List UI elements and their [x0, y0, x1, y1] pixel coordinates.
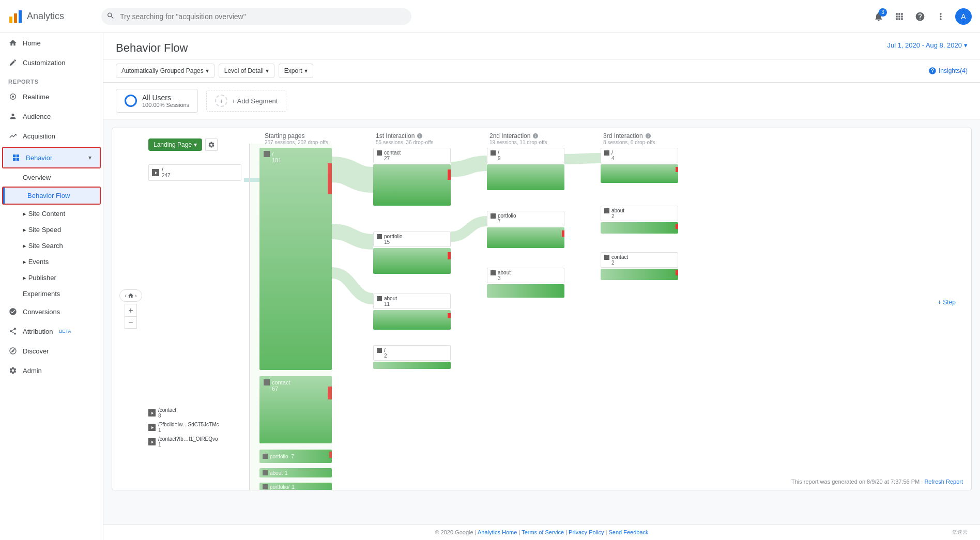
sidebar-label-realtime: Realtime: [23, 93, 49, 101]
add-segment-btn[interactable]: + + Add Segment: [206, 90, 286, 112]
block-count-about: 1: [285, 470, 288, 476]
sidebar-label-site-search-arrow: ▸: [23, 242, 28, 250]
sidebar-label-site-speed-arrow: ▸: [23, 226, 28, 234]
sidebar-item-customization[interactable]: Customization: [0, 53, 103, 72]
int2-about-icon: [491, 270, 496, 275]
sidebar-item-admin[interactable]: Admin: [0, 361, 103, 380]
sidebar-item-behavior-flow[interactable]: Behavior Flow: [3, 188, 100, 204]
sidebar-item-site-speed[interactable]: ▸ Site Speed: [0, 222, 103, 238]
attribution-icon: [8, 327, 18, 336]
int3-root-box[interactable]: / 4: [601, 148, 678, 163]
landing-node-fbclid[interactable]: /?fbclid=Iw…SdC75JcTMc 1: [148, 422, 252, 433]
footer-analytics-home[interactable]: Analytics Home: [478, 529, 517, 535]
int3-about-box[interactable]: about 2: [601, 206, 678, 221]
starting-block-about-bar[interactable]: about 1: [259, 468, 332, 477]
footer-feedback[interactable]: Send Feedback: [609, 529, 649, 535]
int3-label: 3rd Interaction: [603, 132, 643, 140]
landing-node-contact[interactable]: /contact 8: [148, 407, 252, 419]
export-btn[interactable]: Export ▾: [279, 64, 313, 78]
sidebar-item-site-search[interactable]: ▸ Site Search: [0, 238, 103, 254]
int2-root-box[interactable]: / 9: [487, 148, 564, 163]
int1-portfolio-box[interactable]: portfolio 15: [373, 232, 451, 247]
level-detail-btn[interactable]: Level of Detail ▾: [219, 64, 274, 78]
search-input[interactable]: [101, 8, 411, 25]
nav-left: ‹: [125, 292, 127, 299]
int1-contact-box[interactable]: contact 27: [373, 148, 451, 163]
int1-portfolio-bar: [373, 248, 451, 274]
sidebar-item-audience[interactable]: Audience: [0, 106, 103, 126]
int3-about-node: about 2: [601, 206, 678, 234]
sidebar-item-events[interactable]: ▸ Events: [0, 254, 103, 270]
apps-icon[interactable]: [893, 10, 906, 23]
node-data-contact: /contact 8: [158, 407, 176, 419]
sidebar-label-experiments-text: Experiments: [23, 290, 60, 298]
footer-copyright: © 2020 Google: [435, 529, 473, 535]
sidebar-label-events-text: Events: [28, 258, 49, 266]
level-detail-chevron: ▾: [266, 67, 269, 74]
node-icon-contact: [148, 409, 156, 416]
landing-node-root[interactable]: / 247: [148, 164, 241, 181]
int3-contact-path: contact: [611, 254, 628, 260]
audience-icon: [8, 112, 18, 121]
plus-step-btn[interactable]: + Step: [938, 299, 956, 306]
block-path-portfolioslash: portfolio/: [270, 484, 289, 490]
landing-page-btn[interactable]: Landing Page ▾: [148, 138, 202, 151]
int1-about-box[interactable]: about 11: [373, 294, 451, 309]
int2-about-node: about 3: [487, 268, 564, 298]
int2-about-box[interactable]: about 3: [487, 268, 564, 283]
int2-portfolio-box[interactable]: portfolio 7: [487, 211, 564, 226]
more-icon[interactable]: [935, 10, 947, 23]
sidebar-item-publisher[interactable]: ▸ Publisher: [0, 270, 103, 286]
sidebar-item-conversions[interactable]: Conversions: [0, 302, 103, 321]
zoom-in-btn[interactable]: +: [125, 304, 137, 316]
notification-icon[interactable]: 3: [872, 10, 885, 23]
sidebar-item-experiments[interactable]: Experiments: [0, 286, 103, 302]
int1-contact-dropoff: [448, 169, 451, 180]
sidebar-label-conversions: Conversions: [23, 308, 60, 316]
all-users-segment[interactable]: All Users 100.00% Sessions: [116, 89, 198, 113]
int2-about-bar: [487, 284, 564, 298]
flow-settings-btn[interactable]: [205, 138, 218, 151]
starting-block-contact-bar[interactable]: contact 67: [259, 376, 332, 443]
starting-block-portfolio-bar[interactable]: portfolio 7: [259, 450, 332, 463]
sidebar-item-behavior[interactable]: Behavior ▾: [3, 148, 100, 167]
sidebar-label-site-speed-text: Site Speed: [28, 226, 62, 234]
zoom-out-btn[interactable]: −: [125, 316, 137, 329]
int3-about-path: about: [611, 208, 624, 213]
zoom-controls: + −: [125, 304, 137, 329]
sidebar-label-site-search-text: Site Search: [28, 242, 63, 250]
footer-privacy[interactable]: Privacy Policy: [569, 529, 604, 535]
node-label-root: / 247: [162, 167, 171, 178]
nav-arrows-btn[interactable]: ‹ ›: [119, 289, 142, 302]
sidebar-item-realtime[interactable]: Realtime: [0, 87, 103, 106]
refresh-report-link[interactable]: Refresh Report: [924, 479, 963, 485]
starting-block-portfolioslash-bar[interactable]: portfolio/ 1: [259, 483, 332, 490]
date-range-picker[interactable]: Jul 1, 2020 - Aug 8, 2020 ▾: [887, 41, 968, 49]
int2-label: 2nd Interaction: [489, 132, 530, 140]
grouped-pages-btn[interactable]: Automatically Grouped Pages ▾: [116, 64, 215, 78]
int2-info-icon: [532, 133, 539, 139]
landing-node-contactfb[interactable]: /contact?fb…f1_OtREQvo 1: [148, 436, 252, 448]
sidebar-item-discover[interactable]: Discover: [0, 341, 103, 361]
int2-header: 2nd Interaction 19 sessions, 11 drop-off…: [489, 132, 547, 145]
sidebar: Home Customization REPORTS Realtime Audi…: [0, 33, 103, 540]
node-data-contactfb: /contact?fb…f1_OtREQvo 1: [158, 436, 218, 448]
footer-tos[interactable]: Terms of Service: [522, 529, 564, 535]
starting-block-root-bar[interactable]: / 181: [259, 148, 332, 370]
acquisition-icon: [8, 131, 18, 141]
int3-contact-box[interactable]: contact 2: [601, 252, 678, 268]
sidebar-item-attribution[interactable]: Attribution BETA: [0, 321, 103, 341]
avatar[interactable]: A: [955, 8, 972, 25]
sidebar-item-home[interactable]: Home: [0, 33, 103, 53]
search-icon: [106, 11, 115, 21]
svg-rect-2: [19, 10, 22, 23]
help-icon[interactable]: [914, 10, 926, 23]
int3-root-path: /: [611, 150, 613, 156]
int3-contact-dropoff: [676, 270, 678, 275]
insights-btn[interactable]: Insights(4): [928, 67, 968, 75]
int1-root-box[interactable]: / 2: [373, 345, 451, 361]
sidebar-item-overview[interactable]: Overview: [0, 169, 103, 186]
sidebar-item-acquisition[interactable]: Acquisition: [0, 126, 103, 146]
sidebar-item-site-content[interactable]: ▸ Site Content: [0, 206, 103, 222]
sidebar-label-events-arrow: ▸: [23, 258, 28, 266]
